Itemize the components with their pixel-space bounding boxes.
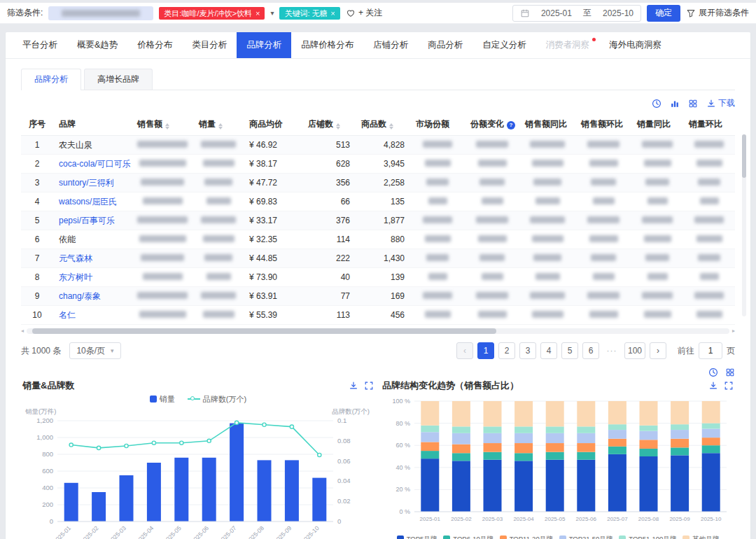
chevron-down-icon[interactable]: ▾ bbox=[270, 9, 274, 17]
cell-stores: 66 bbox=[302, 192, 356, 211]
brand-link[interactable]: watsons/屈臣氏 bbox=[59, 197, 117, 206]
brand-link[interactable]: 东方树叶 bbox=[59, 272, 92, 282]
main-tab-2[interactable]: 概要&趋势 bbox=[67, 32, 127, 58]
redacted-value bbox=[143, 197, 183, 204]
main-tab-5[interactable]: 品牌分析 bbox=[237, 32, 291, 58]
col-header-volume[interactable]: 销量 bbox=[193, 113, 244, 136]
redacted-value bbox=[139, 235, 186, 242]
main-tab-1[interactable]: 平台分析 bbox=[13, 32, 67, 58]
sort-icon[interactable] bbox=[218, 123, 223, 130]
page-button-3[interactable]: 3 bbox=[519, 342, 536, 359]
brand-structure-stacked-chart[interactable]: 0 %20 %40 %60 %80 %100 %2025-012025-0220… bbox=[382, 393, 732, 533]
expand-filters-button[interactable]: 展开筛选条件 bbox=[686, 7, 749, 19]
close-icon[interactable]: × bbox=[331, 8, 335, 18]
page-size-select[interactable]: 10条/页 ▾ bbox=[69, 342, 120, 359]
brand-link[interactable]: suntory/三得利 bbox=[59, 178, 114, 188]
scroll-right-icon[interactable]: ▸ bbox=[732, 328, 735, 334]
legend-item[interactable]: TOP11-20品牌 bbox=[500, 535, 553, 539]
fullscreen-icon[interactable] bbox=[364, 381, 374, 391]
legend-item[interactable]: TOP5品牌 bbox=[397, 535, 438, 539]
sort-icon[interactable] bbox=[336, 123, 340, 130]
prev-page-button[interactable]: ‹ bbox=[456, 342, 473, 359]
brand-link[interactable]: 依能 bbox=[59, 234, 76, 244]
bar-chart-icon[interactable] bbox=[670, 99, 680, 108]
sort-icon[interactable] bbox=[389, 123, 393, 130]
legend-item[interactable]: TOP6-10品牌 bbox=[443, 535, 493, 539]
page-button-100[interactable]: 100 bbox=[624, 342, 645, 359]
col-header-sales[interactable]: 销售额 bbox=[132, 113, 193, 136]
volume-brand-chart-card: 销量&品牌数 销量品牌数(万个) 02004006008001,0001,200… bbox=[21, 379, 375, 539]
redacted-value bbox=[201, 292, 236, 299]
close-icon[interactable]: × bbox=[255, 8, 260, 18]
next-page-button[interactable]: › bbox=[650, 342, 666, 359]
cell-share bbox=[410, 155, 465, 174]
redacted-value bbox=[648, 197, 668, 204]
more-pages-icon[interactable]: ··· bbox=[603, 342, 620, 359]
vertical-scrollbar[interactable] bbox=[742, 134, 746, 316]
main-tab-8[interactable]: 商品分析 bbox=[418, 32, 472, 58]
svg-text:60 %: 60 % bbox=[396, 442, 410, 449]
brand-link[interactable]: chang/泰象 bbox=[59, 291, 101, 301]
svg-text:2025-01: 2025-01 bbox=[420, 516, 441, 522]
cell-volume_mom bbox=[683, 230, 735, 249]
scrollbar-thumb[interactable] bbox=[742, 134, 746, 178]
col-header-products[interactable]: 商品数 bbox=[356, 113, 410, 136]
brand-filter-pill[interactable] bbox=[48, 6, 153, 20]
grid-view-icon[interactable] bbox=[688, 99, 698, 108]
category-filter-tag[interactable]: 类目:咖啡/麦片/冲饮>饮料 × bbox=[159, 7, 265, 20]
confirm-button[interactable]: 确定 bbox=[647, 5, 680, 22]
keyword-filter-tag[interactable]: 关键词: 无糖 × bbox=[279, 7, 340, 20]
main-tab-10[interactable]: 消费者洞察 bbox=[536, 32, 600, 58]
grid-view-icon[interactable] bbox=[725, 368, 735, 377]
page-button-6[interactable]: 6 bbox=[582, 342, 599, 359]
follow-button[interactable]: + 关注 bbox=[346, 7, 382, 19]
date-to-value[interactable]: 2025-10 bbox=[603, 8, 634, 18]
download-icon[interactable] bbox=[349, 381, 358, 391]
cell-num: 4 bbox=[21, 192, 53, 211]
legend-item[interactable]: 其他品牌 bbox=[682, 535, 719, 539]
history-clock-icon[interactable] bbox=[708, 368, 718, 377]
sub-tab-1[interactable]: 品牌分析 bbox=[21, 69, 81, 90]
scroll-left-icon[interactable]: ◂ bbox=[21, 328, 24, 334]
brand-link[interactable]: 名仁 bbox=[59, 310, 76, 320]
page-button-5[interactable]: 5 bbox=[561, 342, 578, 359]
info-icon[interactable]: ? bbox=[507, 121, 515, 130]
legend-item[interactable]: 品牌数(万个) bbox=[188, 394, 246, 405]
main-tab-3[interactable]: 价格分布 bbox=[127, 32, 182, 58]
cell-sales_yoy bbox=[519, 174, 575, 192]
main-tab-6[interactable]: 品牌价格分布 bbox=[291, 32, 363, 58]
download-button[interactable]: 下载 bbox=[706, 97, 735, 109]
brand-link[interactable]: 农夫山泉 bbox=[59, 140, 92, 150]
sub-tab-2[interactable]: 高增长品牌 bbox=[84, 69, 153, 90]
brand-link[interactable]: coca-cola/可口可乐 bbox=[59, 159, 131, 169]
main-tab-9[interactable]: 自定义分析 bbox=[472, 32, 536, 58]
page-button-1[interactable]: 1 bbox=[477, 342, 494, 359]
brand-link[interactable]: 元气森林 bbox=[59, 253, 92, 263]
cell-volume_mom bbox=[683, 211, 735, 230]
history-clock-icon[interactable] bbox=[652, 99, 662, 108]
download-label: 下载 bbox=[718, 97, 735, 109]
legend-item[interactable]: TOP51-100品牌 bbox=[619, 535, 676, 539]
chart-title: 品牌结构变化趋势（销售额占比） bbox=[382, 379, 519, 392]
col-header-stores[interactable]: 店铺数 bbox=[302, 113, 356, 136]
redacted-value bbox=[642, 216, 673, 223]
fullscreen-icon[interactable] bbox=[724, 381, 734, 391]
date-range-picker[interactable]: 2025-01 至 2025-10 bbox=[512, 5, 641, 22]
goto-page-input[interactable] bbox=[699, 342, 722, 359]
date-from-value[interactable]: 2025-01 bbox=[541, 8, 572, 18]
horizontal-scrollbar[interactable] bbox=[27, 328, 729, 334]
download-icon[interactable] bbox=[708, 381, 718, 391]
scrollbar-thumb[interactable] bbox=[32, 328, 496, 334]
sort-icon[interactable] bbox=[165, 123, 169, 130]
brand-link[interactable]: pepsi/百事可乐 bbox=[59, 216, 115, 225]
main-tab-7[interactable]: 店铺分析 bbox=[363, 32, 418, 58]
main-tab-4[interactable]: 类目分析 bbox=[182, 32, 237, 58]
tab-label: 平台分析 bbox=[22, 39, 57, 51]
main-tab-11[interactable]: 海外电商洞察 bbox=[599, 32, 671, 58]
page-button-4[interactable]: 4 bbox=[540, 342, 557, 359]
volume-brand-combo-chart[interactable]: 02004006008001,0001,20000.020.040.060.08… bbox=[22, 405, 372, 539]
legend-item[interactable]: 销量 bbox=[150, 394, 175, 405]
page-button-2[interactable]: 2 bbox=[498, 342, 515, 359]
svg-text:20 %: 20 % bbox=[396, 486, 410, 493]
legend-item[interactable]: TOP21-50品牌 bbox=[559, 535, 613, 539]
